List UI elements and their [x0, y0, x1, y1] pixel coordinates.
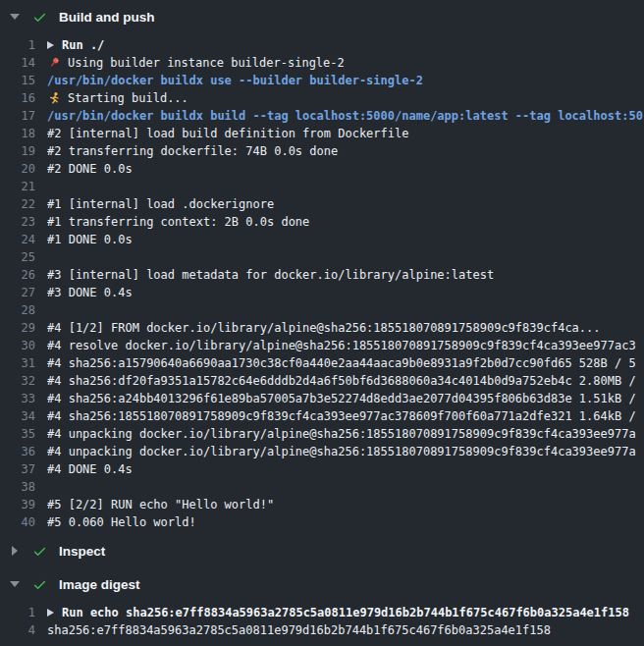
pushpin-icon: [47, 56, 62, 70]
group-header-build-and-push[interactable]: Build and push: [0, 0, 644, 33]
log-line: 4sha256:e7ff8834a5963a2785c5a0811e979d16…: [0, 621, 644, 639]
check-success-icon: [32, 10, 47, 25]
line-content: /usr/bin/docker buildx build --tag local…: [47, 109, 644, 123]
line-content: #1 transferring context: 2B 0.0s done: [47, 215, 644, 229]
line-number[interactable]: 24: [0, 233, 35, 246]
line-number[interactable]: 40: [0, 515, 35, 529]
log-line: 36#4 unpacking docker.io/library/alpine@…: [0, 443, 644, 460]
line-number[interactable]: 25: [0, 250, 35, 264]
group-title: Inspect: [59, 544, 105, 559]
line-number[interactable]: 28: [0, 303, 35, 317]
line-content: #5 [2/2] RUN echo "Hello world!": [47, 498, 644, 511]
log-line: 39#5 [2/2] RUN echo "Hello world!": [0, 496, 644, 513]
log-line: 34#4 sha256:185518070891758909c9f839cf4c…: [0, 407, 644, 425]
group-header-inspect[interactable]: Inspect: [0, 534, 644, 567]
line-content: Starting build...: [47, 91, 644, 105]
caret-down-icon[interactable]: [10, 14, 19, 20]
line-content: #2 transferring dockerfile: 74B 0.0s don…: [47, 144, 644, 158]
line-content: #3 DONE 0.4s: [47, 286, 644, 299]
log-line: 35#4 unpacking docker.io/library/alpine@…: [0, 425, 644, 443]
line-number[interactable]: 4: [0, 623, 35, 637]
expand-run-icon[interactable]: [47, 609, 54, 617]
check-success-icon: [32, 544, 47, 559]
run-command-text: Run echo sha256:e7ff8834a5963a2785c5a081…: [62, 606, 629, 619]
group-header-image-digest[interactable]: Image digest: [0, 567, 644, 601]
log-line: 22#1 [internal] load .dockerignore: [0, 195, 644, 213]
log-line: 40#5 0.060 Hello world!: [0, 513, 644, 531]
group-body-image-digest: 1Run echo sha256:e7ff8834a5963a2785c5a08…: [0, 601, 644, 642]
expand-run-icon[interactable]: [47, 41, 54, 49]
line-content: Using builder instance builder-single-2: [47, 56, 644, 70]
line-number[interactable]: 37: [0, 462, 35, 476]
line-number[interactable]: 22: [0, 197, 35, 211]
caret-down-icon[interactable]: [10, 581, 19, 587]
line-number[interactable]: 33: [0, 392, 35, 405]
line-number[interactable]: 35: [0, 427, 35, 441]
line-content: #4 sha256:a15790640a6690aa1730c38cf0a440…: [47, 356, 644, 370]
group-title: Build and push: [59, 10, 155, 25]
log-line: 20#2 DONE 0.0s: [0, 160, 644, 178]
log-line: 1Run ./: [0, 36, 644, 54]
line-content: #4 sha256:df20fa9351a15782c64e6dddb2d4a6…: [47, 374, 644, 388]
log-line: 18#2 [internal] load build definition fr…: [0, 125, 644, 142]
line-content: #1 DONE 0.0s: [47, 233, 644, 246]
log-line: 27#3 DONE 0.4s: [0, 284, 644, 301]
actions-log-viewer: Build and push1Run ./14Using builder ins…: [0, 0, 644, 646]
log-line: 29#4 [1/2] FROM docker.io/library/alpine…: [0, 319, 644, 337]
line-number[interactable]: 14: [0, 56, 35, 70]
line-content: #4 unpacking docker.io/library/alpine@sh…: [47, 445, 644, 458]
line-number[interactable]: 16: [0, 91, 35, 105]
log-line: 1Run echo sha256:e7ff8834a5963a2785c5a08…: [0, 604, 644, 621]
log-line: 16Starting build...: [0, 89, 644, 107]
log-line: 32#4 sha256:df20fa9351a15782c64e6dddb2d4…: [0, 372, 644, 390]
line-content: #4 [1/2] FROM docker.io/library/alpine@s…: [47, 321, 644, 335]
log-line: 19#2 transferring dockerfile: 74B 0.0s d…: [0, 142, 644, 160]
line-number[interactable]: 39: [0, 498, 35, 511]
line-content: #4 sha256:a24bb4013296f61e89ba57005a7b3e…: [47, 392, 644, 405]
line-number[interactable]: 1: [0, 38, 35, 52]
line-number[interactable]: 23: [0, 215, 35, 229]
line-number[interactable]: 21: [0, 180, 35, 193]
log-text: Starting build...: [68, 91, 188, 105]
line-number[interactable]: 19: [0, 144, 35, 158]
line-number[interactable]: 17: [0, 109, 35, 123]
line-number[interactable]: 32: [0, 374, 35, 388]
line-content: #5 0.060 Hello world!: [47, 515, 644, 529]
log-group-inspect: Inspect: [0, 534, 644, 567]
line-number[interactable]: 18: [0, 127, 35, 140]
line-number[interactable]: 36: [0, 445, 35, 458]
line-number[interactable]: 1: [0, 606, 35, 619]
line-content: #2 [internal] load build definition from…: [47, 127, 644, 140]
line-number[interactable]: 31: [0, 356, 35, 370]
line-number[interactable]: 30: [0, 339, 35, 352]
group-title: Image digest: [59, 577, 140, 592]
log-group-image-digest: Image digest1Run echo sha256:e7ff8834a59…: [0, 567, 644, 642]
line-number[interactable]: 34: [0, 409, 35, 423]
line-content: #4 resolve docker.io/library/alpine@sha2…: [47, 339, 644, 352]
line-number[interactable]: 29: [0, 321, 35, 335]
group-body-build-and-push: 1Run ./14Using builder instance builder-…: [0, 33, 644, 534]
log-text: Using builder instance builder-single-2: [68, 56, 345, 70]
line-number[interactable]: 20: [0, 162, 35, 176]
caret-right-icon[interactable]: [10, 546, 19, 556]
line-content: Run echo sha256:e7ff8834a5963a2785c5a081…: [47, 606, 644, 619]
log-line: 24#1 DONE 0.0s: [0, 231, 644, 248]
line-content: #1 [internal] load .dockerignore: [47, 197, 644, 211]
log-line: 23#1 transferring context: 2B 0.0s done: [0, 213, 644, 231]
log-line: 31#4 sha256:a15790640a6690aa1730c38cf0a4…: [0, 354, 644, 372]
log-line: 33#4 sha256:a24bb4013296f61e89ba57005a7b…: [0, 390, 644, 407]
log-line: 28: [0, 301, 644, 319]
line-number[interactable]: 38: [0, 480, 35, 494]
line-number[interactable]: 26: [0, 268, 35, 282]
log-line: 21: [0, 178, 644, 195]
line-number[interactable]: 15: [0, 74, 35, 87]
log-line: 37#4 DONE 0.4s: [0, 460, 644, 478]
runner-icon: [47, 91, 62, 105]
check-success-icon: [32, 577, 47, 592]
line-number[interactable]: 27: [0, 286, 35, 299]
log-line: 38: [0, 478, 644, 496]
log-line: 25: [0, 248, 644, 266]
log-line: 14Using builder instance builder-single-…: [0, 54, 644, 72]
log-group-build-and-push: Build and push1Run ./14Using builder ins…: [0, 0, 644, 534]
log-line: 17/usr/bin/docker buildx build --tag loc…: [0, 107, 644, 125]
